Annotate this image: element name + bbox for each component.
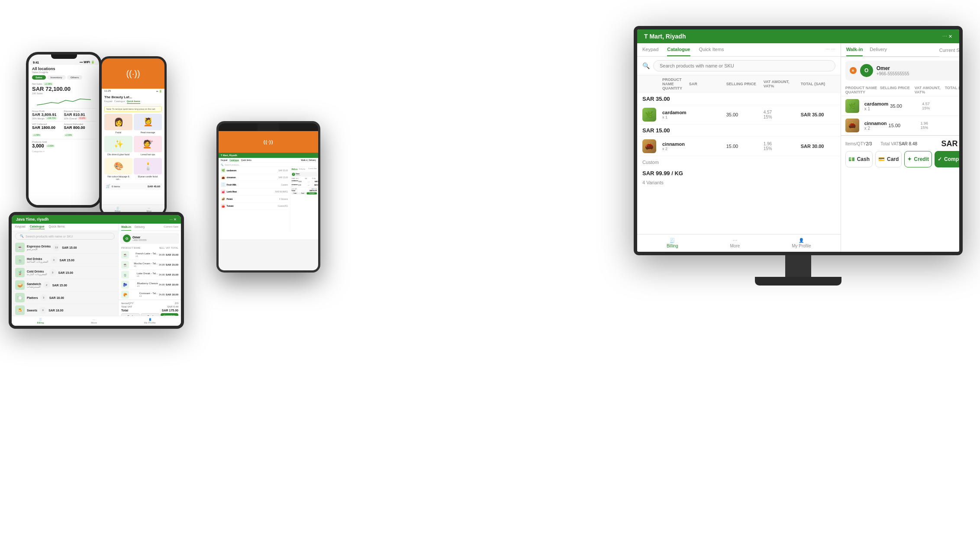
tablet-product-row-5[interactable]: 🍮 Sweets 0 SAR 18.00: [12, 304, 118, 316]
pos-bottom-more[interactable]: ⋯ More: [730, 238, 740, 248]
cart-count: 6 items: [112, 185, 120, 188]
tablet-rp-item-2[interactable]: 🍵 Latte Dreak - Tal... x1 34.95 SAR 15.0…: [119, 270, 181, 280]
pos-search-bar[interactable]: 🔍: [637, 57, 841, 75]
pos-search-input[interactable]: [653, 60, 835, 71]
phone-tab-sales[interactable]: Sales: [32, 75, 46, 80]
pos-bottom-billing[interactable]: 🧾 Billing: [667, 238, 678, 248]
sunmi-product-row-5: 🍅 Tomato Custom/KG: [219, 203, 290, 210]
pos-sale-row-0[interactable]: 🌿 cardamom x 1 35.00 4.57 15% SAR 35.00: [841, 96, 959, 116]
tablet-rp-item-1[interactable]: ☕ Mocha Cream - Tal... x1 34.95 SAR 15.0…: [119, 260, 181, 270]
handheld-cart[interactable]: 🛒 6 items SAR 45.60: [104, 183, 162, 189]
handheld-notice: Note: To remove quick items long press o…: [104, 106, 162, 112]
pos-customer-avatar: O: [860, 64, 873, 77]
pos-prod-img-cardamom: 🌿: [642, 108, 656, 122]
sunmi-stand: ((·)) T Mart, Riyadh Keypad Catalogue Qu…: [186, 121, 351, 337]
pos-product-row-cardamom[interactable]: 🌿 cardamom x 1 35.00 4.57 15%: [637, 105, 841, 125]
handheld-item-img-0: 👩: [104, 114, 132, 130]
tablet-product-row-1[interactable]: 🍵 Hot Drinks المشروبات الساخنة 0 SAR 15.…: [12, 254, 118, 266]
tablet-product-row-3[interactable]: 🥪 Sandwich السندوتشات 2 SAR 15.00: [12, 279, 118, 292]
phone-tab-others[interactable]: Others: [67, 75, 82, 80]
sunmi-product-row-4: 🥔 Potato 4 Variants: [219, 196, 290, 203]
h-tab-keypad[interactable]: Keypad: [104, 100, 113, 104]
tablet-search-placeholder: Search products with name or SKU: [26, 235, 73, 238]
handheld-item-2[interactable]: ✨ Oils shine & glow facial: [104, 136, 132, 157]
pos-tab-quickitems[interactable]: Quick Items: [699, 43, 724, 56]
h-tab-catalogue[interactable]: Catalogue: [114, 100, 125, 104]
pos-bottom-profile[interactable]: 👤 My Profile: [792, 238, 811, 248]
pos-payment-buttons[interactable]: 💵 Cash 💳 Card ✦ Credit: [845, 151, 959, 167]
tablet-nav-bar[interactable]: Keypad Catalogue Quick Items: [12, 224, 118, 231]
tablet-bottom-nav[interactable]: 🧾 Billing ⋯ More 👤 My Profile: [12, 316, 181, 326]
pos-sale-row-1[interactable]: 🌰 cinnamon x 2 15.00 1.96 15% SAR 30.00: [841, 116, 959, 135]
h-tab-quickitems[interactable]: Quick Items: [127, 100, 140, 104]
handheld-spacer: [104, 191, 162, 204]
phone-divider-3: [32, 139, 96, 139]
tablet-right-tab-delivery[interactable]: Delivery: [135, 224, 145, 231]
tablet-right-tab-walkin[interactable]: Walk-in: [121, 224, 131, 231]
credit-icon: ✦: [907, 156, 912, 162]
pos-tab-keypad[interactable]: Keypad: [642, 43, 658, 56]
handheld-nav-tabs[interactable]: Keypad Catalogue Quick Items: [104, 100, 162, 104]
sunmi-complete-btn[interactable]: Complete: [306, 192, 317, 195]
tablet-product-row-4[interactable]: 🍽️ Platters 3 SAR 18.00: [12, 292, 118, 304]
pos-right-tab-delivery[interactable]: Delivery: [870, 43, 887, 56]
pos-tab-more[interactable]: ⋯ ⋯: [825, 43, 835, 56]
handheld-item-5[interactable]: 🕯️ Elysian candle facial: [134, 158, 162, 181]
phone-tab-inventory[interactable]: Inventory: [47, 75, 66, 80]
tablet-tab-catalogue[interactable]: Catalogue: [30, 225, 45, 229]
tablet-nav-profile[interactable]: 👤 My Profile: [144, 318, 156, 324]
phone-screen: 9:41 ▪▪▪ WiFi 🔋 All locations Sales Insi…: [29, 55, 99, 205]
tablet-rp-item-4[interactable]: 🥐 Croissant - Tal... x1 34.95 SAR 18.00: [119, 290, 181, 300]
pos-cash-button[interactable]: 💵 Cash: [845, 151, 873, 167]
tablet-product-row-2[interactable]: 🧋 Cold Drinks المشروبات الباردة 3 SAR 15…: [12, 266, 118, 279]
handheld-screen: 11:25 ▪▪ 🔋 The Beauty Laf... Keypad Cata…: [102, 89, 164, 214]
pos-product-row-cinnamon[interactable]: 🌰 cinnamon x 2 15.00 1.96 15%: [637, 137, 841, 156]
pos-tab-catalogue[interactable]: Catalogue: [667, 43, 690, 56]
profile-nav-icon: 👤: [799, 238, 804, 243]
pos-complete-button[interactable]: ✓ Complete: [935, 151, 959, 167]
pos-sale-img-0: 🌿: [845, 99, 859, 113]
tablet-tab-keypad[interactable]: Keypad: [15, 225, 26, 229]
handheld-item-4[interactable]: 🎨 Hair colour balayage & col...: [104, 158, 132, 181]
tablet-rp-item-0[interactable]: ☕ French Latte - Tal... x1 34.95 SAR 15.…: [119, 250, 181, 260]
pos-card-button[interactable]: 💳 Card: [875, 151, 902, 167]
pos-left-panel: Keypad Catalogue Quick Items ⋯ ⋯ 🔍: [637, 43, 841, 252]
tablet-prod-price-0: SAR 15.00: [62, 246, 77, 249]
phone-tabs[interactable]: Sales Inventory Others: [32, 75, 96, 80]
tablet-prod-price-1: SAR 15.00: [60, 259, 74, 262]
tablet-product-row-0[interactable]: ☕ Espresso Drinks الإسبريسو 13 SAR 15.00: [12, 241, 118, 254]
complete-icon: ✓: [938, 156, 942, 162]
phone-time: 9:41: [33, 61, 39, 64]
phone-metric-discount: Discount Given SAR 810.91 10% Overall -8…: [64, 110, 96, 120]
tablet-prod-qty-4: 3: [40, 294, 47, 301]
tablet-nav-billing[interactable]: 🧾 Billing: [37, 318, 44, 324]
tablet-nav-more[interactable]: ⋯ More: [91, 318, 97, 324]
sunmi-cash-btn[interactable]: Cash: [292, 192, 299, 195]
pos-credit-button[interactable]: ✦ Credit: [904, 151, 932, 167]
pos-sale-table-header: PRODUCT NAME QUANTITY SELLING PRICE VAT …: [841, 84, 959, 96]
handheld-item-1[interactable]: 💆 Head massage: [134, 114, 162, 135]
handheld-item-0[interactable]: 👩 Facial: [104, 114, 132, 135]
pos-customer-card: R O Omer +966-555555555 ✕: [845, 61, 959, 80]
handheld-item-3[interactable]: 💇 Loreal hair spa: [134, 136, 162, 157]
tablet-customer-phone: +966-555555: [132, 239, 147, 241]
phone-footer: Categories ▾: [32, 150, 96, 153]
tablet-right-tabs[interactable]: Walk-in Delivery Current Sale: [119, 224, 181, 231]
handheld-item-img-1: 💆: [134, 114, 162, 130]
tablet-tab-quickitems[interactable]: Quick Items: [49, 225, 65, 229]
sunmi-card-btn[interactable]: Card: [299, 192, 306, 195]
phone-metric-gross: Gross Profit SAR 3,809.91 30% Margin +19…: [32, 110, 64, 120]
tablet-rp-item-img-2: 🍵: [121, 271, 129, 279]
tablet-screen: Java Time, riyadh ⋯ ✕ Keypad Catalogue Q…: [12, 215, 181, 326]
pos-sale-price-0: 35.00: [890, 103, 920, 109]
phone-chart: [32, 96, 96, 107]
pos-right-tabs[interactable]: Walk-in Delivery: [841, 43, 939, 57]
pos-left-nav[interactable]: Keypad Catalogue Quick Items ⋯ ⋯: [637, 43, 841, 57]
tablet-search[interactable]: 🔍 Search products with name or SKU: [15, 233, 115, 240]
tablet-prod-qty-1: 0: [51, 257, 58, 263]
pos-right-tab-walkin[interactable]: Walk-in: [846, 43, 863, 56]
phone-metric-refund: Amount Refunded SAR 800.00 +2.09%: [64, 123, 96, 138]
tablet-rp-item-3[interactable]: 🫐 Blueberry Cheeze x1 34.95 SAR 18.00: [119, 280, 181, 290]
pos-bottom-bar[interactable]: 🧾 Billing ⋯ More 👤 My Profile: [637, 234, 841, 252]
tablet-prod-img-5: 🍮: [15, 305, 25, 315]
